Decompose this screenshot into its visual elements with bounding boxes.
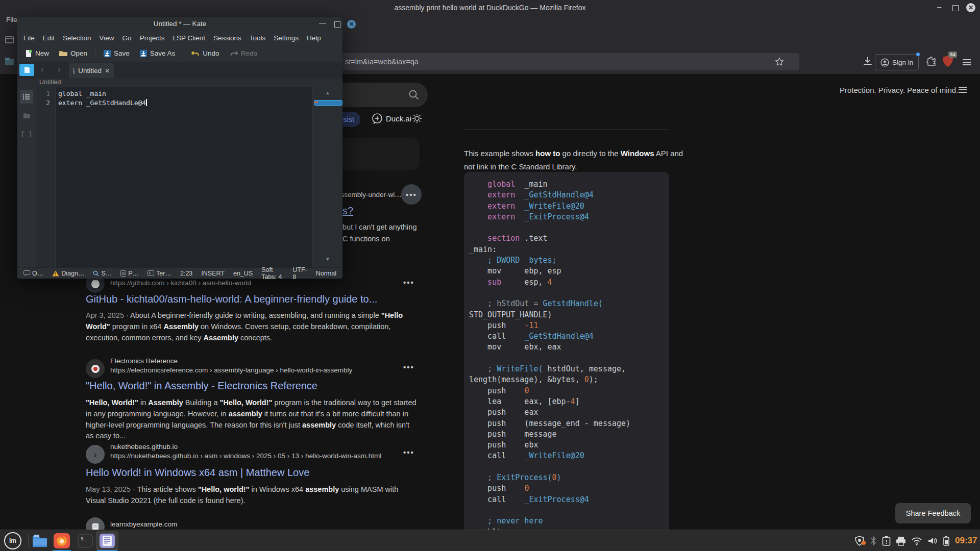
sign-in-label: Sign in [892,59,913,66]
new-button[interactable]: New [24,49,49,58]
result-title[interactable]: GitHub - kichta00/asm-hello-world: A beg… [86,293,377,305]
result-url[interactable]: assembly-under-wi… [337,191,402,198]
scrollbar-thumb[interactable] [314,100,342,106]
tab-duckai[interactable]: Duck.ai [386,114,411,123]
bluetooth-icon[interactable] [870,536,877,546]
firefox-menu-file[interactable]: File [6,16,17,23]
redo-label: Redo [241,49,257,57]
result-menu-button[interactable]: ••• [403,363,414,371]
kate-menu-item[interactable]: File [23,34,35,42]
open-button[interactable]: Open [59,49,87,57]
highlight-mode[interactable]: Normal [316,270,336,277]
tab-back-icon[interactable]: ‹ [41,64,44,74]
kate-menu-item[interactable]: View [100,34,114,42]
dictionary[interactable]: en_US [233,270,253,277]
downloads-icon[interactable] [863,56,873,66]
save-as-button[interactable]: Save As [139,49,176,58]
clock[interactable]: 09:37 [955,536,977,546]
kate-menu-item[interactable]: Selection [63,34,91,42]
kate-menu-item[interactable]: Help [307,34,321,42]
encoding[interactable]: UTF-8 [292,266,307,281]
duckai-icon[interactable] [371,113,383,125]
sign-in-button[interactable]: Sign in [875,54,919,70]
result-url[interactable]: https://electronicsreference.com › assem… [110,366,352,374]
documents-list-button[interactable] [20,90,33,104]
result-title[interactable]: "Hello, World!" in Assembly - Electronic… [86,380,317,392]
result-menu-button[interactable]: ••• [403,448,414,457]
firefox-maximize-button[interactable] [952,5,959,11]
firefox-menu-icon[interactable] [963,58,971,67]
settings-gear-icon[interactable] [411,113,423,124]
files-launcher-icon[interactable] [32,534,48,548]
tab-close-icon[interactable]: ✕ [105,67,110,74]
kate-close-button[interactable]: ✕ [347,20,356,29]
firefox-minimize-button[interactable]: – [937,2,941,11]
scroll-up-icon[interactable]: ▲ [312,90,342,95]
kate-maximize-button[interactable] [334,21,340,28]
volume-icon[interactable] [927,536,938,546]
kate-menu-item[interactable]: Settings [274,34,299,42]
terminal-icon [148,270,154,276]
bookmark-star-icon[interactable] [775,57,784,66]
printer-icon[interactable] [896,536,906,546]
search-icon[interactable] [408,89,420,101]
save-button[interactable]: Save [103,49,130,58]
cursor-position[interactable]: 2:23 [180,270,192,277]
result-url[interactable]: https://nukethebees.github.io › asm › wi… [110,452,381,460]
result-url[interactable]: https://github.com › kichta00 › asm-hell… [110,279,251,287]
terminal-launcher-icon[interactable]: $_ [78,534,93,548]
kate-launcher-icon[interactable] [99,533,115,548]
tab-forward-icon[interactable]: › [58,64,61,74]
kate-menu-item[interactable]: LSP Client [173,34,205,42]
result-menu-button[interactable]: ••• [401,184,422,205]
tab-untitled[interactable]: Untitled ✕ [69,63,114,78]
kate-editor[interactable]: { } 1 2 global _main extern _GetStdHandL… [17,87,342,267]
output-button[interactable]: O… [23,270,43,277]
result-site[interactable]: Electronics Reference [110,357,178,365]
kate-menu-item[interactable]: Sessions [213,34,241,42]
share-feedback-button[interactable]: Share Feedback [895,503,971,523]
kate-minimize-button[interactable]: — [319,18,326,27]
result-site[interactable]: learnxbyexample.com [110,520,177,528]
scroll-down-icon[interactable]: ▼ [312,257,342,262]
terminal-button[interactable]: Ter… [148,270,172,277]
clipboard-icon[interactable] [882,536,891,546]
toolbar-icon-partial[interactable] [4,57,15,66]
redo-button[interactable]: Redo [229,49,257,57]
kate-menu-item[interactable]: Go [122,34,132,42]
documents-button[interactable] [19,64,34,76]
kate-menu-item[interactable]: Edit [43,34,55,42]
kate-menu-item[interactable]: Tools [250,34,266,42]
kate-titlebar[interactable]: Untitled * — Kate — ✕ [17,17,342,31]
extension-icon[interactable] [926,56,936,66]
result-title[interactable]: Hello World! in Windows x64 asm | Matthe… [86,467,309,479]
result-title[interactable]: s? [342,205,353,217]
firefox-view-icon[interactable] [5,36,14,44]
firefox-close-button[interactable]: ✕ [966,3,975,12]
kate-breadcrumb[interactable]: Untitled [17,79,342,87]
editor-text-area[interactable]: global _main extern _GetStdHandLe@4 [58,89,147,108]
nukethebees-favicon: › [86,445,105,464]
wifi-icon[interactable] [911,536,922,546]
battery-icon[interactable] [943,536,950,546]
mint-menu-button[interactable]: lm [4,532,21,549]
update-dot [862,541,866,545]
output-icon [23,270,30,276]
search-replace-button[interactable]: S… [93,270,112,277]
url-text[interactable]: st=lm&ia=web&iax=qa [345,53,419,70]
symbols-button[interactable]: { } [20,127,33,140]
projects-button[interactable]: P… [120,270,139,277]
diagnostics-button[interactable]: Diagn… [52,270,84,277]
filesystem-button[interactable] [20,109,33,122]
editor-scrollbar[interactable]: ▲ ▼ [312,87,342,267]
result-menu-button[interactable]: ••• [403,278,414,287]
page-menu-icon[interactable] [959,85,967,94]
result-site[interactable]: nukethebees.github.io [110,443,178,450]
kate-menu-item[interactable]: Projects [140,34,165,42]
url-bar[interactable]: st=lm&ia=web&iax=qa [286,53,799,70]
firefox-launcher-icon[interactable] [53,533,70,549]
tab-width[interactable]: Soft Tabs: 4 [261,266,284,281]
insert-mode[interactable]: INSERT [201,270,225,277]
undo-button[interactable]: Undo [191,49,219,57]
save-as-icon [139,49,148,58]
